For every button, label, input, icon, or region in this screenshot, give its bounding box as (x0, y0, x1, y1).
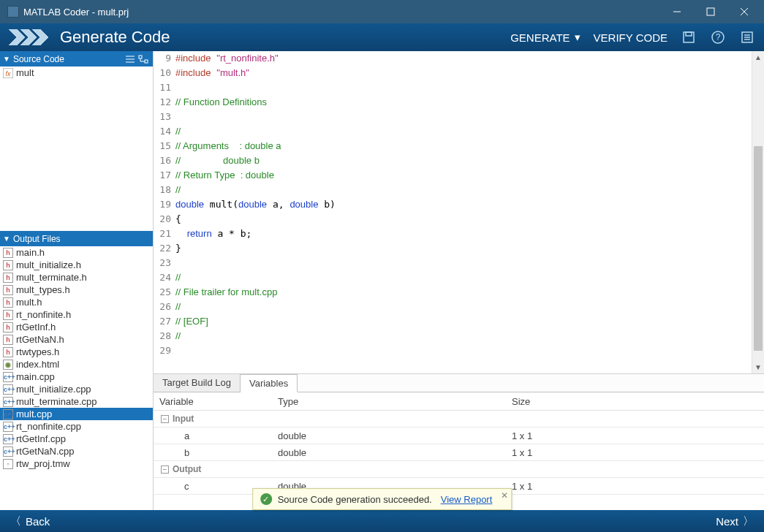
success-icon: ✓ (260, 493, 272, 505)
output-file-item[interactable]: ◉index.html (0, 358, 153, 370)
output-file-item[interactable]: c++mult_initialize.cpp (0, 383, 153, 395)
output-files-panel-header[interactable]: ▼ Output Files (0, 231, 153, 246)
output-file-item[interactable]: hrtGetNaN.h (0, 333, 153, 346)
scroll-up-arrow[interactable]: ▲ (752, 51, 764, 64)
menu-icon[interactable] (739, 29, 755, 45)
toast-close-button[interactable]: ✕ (501, 490, 508, 501)
h-file-icon: h (3, 273, 13, 283)
col-type: Type (278, 396, 512, 407)
file-label: main.h (16, 247, 45, 258)
save-icon[interactable] (681, 29, 697, 45)
file-label: mult_types.h (16, 284, 70, 295)
source-code-panel-header[interactable]: ▼ Source Code (0, 51, 153, 66)
variable-row[interactable]: adouble1 x 1 (154, 428, 764, 444)
next-button[interactable]: Next〉 (716, 514, 754, 528)
output-file-item[interactable]: c++rtGetNaN.cpp (0, 445, 153, 457)
h-file-icon: h (3, 260, 13, 270)
variables-header-row: Variable Type Size (154, 392, 764, 411)
scroll-thumb[interactable] (754, 146, 763, 351)
verify-code-button[interactable]: VERIFY CODE (594, 31, 667, 44)
file-label: rt_nonfinite.h (16, 309, 71, 320)
tab-variables[interactable]: Variables (241, 374, 298, 392)
svg-text:fx: fx (5, 70, 11, 77)
file-label: index.html (16, 359, 59, 370)
file-label: mult_initialize.cpp (16, 384, 91, 395)
var-type: double (278, 430, 512, 441)
file-label: rtw_proj.tmw (16, 458, 70, 469)
status-toast: ✓ Source Code generation succeeded. View… (252, 488, 513, 510)
help-icon[interactable]: ? (710, 29, 726, 45)
chevron-left-icon: 〈 (10, 514, 21, 528)
next-label: Next (716, 515, 738, 528)
source-panel-title: Source Code (13, 54, 124, 64)
toast-message: Source Code generation succeeded. (278, 494, 432, 505)
window-title: MATLAB Coder - mult.prj (23, 7, 660, 18)
title-bar: MATLAB Coder - mult.prj (0, 0, 764, 23)
cpp-file-icon: c++ (3, 422, 13, 432)
html-file-icon: ◉ (3, 360, 13, 370)
back-label: Back (26, 515, 50, 528)
page-title: Generate Code (60, 28, 510, 47)
vertical-scrollbar[interactable]: ▲ ▼ (752, 51, 764, 373)
col-size: Size (512, 396, 764, 407)
cpp-file-icon: c++ (3, 446, 13, 457)
file-label: rtGetNaN.cpp (16, 446, 74, 457)
generate-button[interactable]: GENERATE ▾ (510, 31, 580, 44)
file-label: mult.cpp (16, 408, 52, 419)
output-file-item[interactable]: c++mult.cpp (0, 408, 153, 420)
scroll-down-arrow[interactable]: ▼ (752, 361, 764, 373)
output-file-item[interactable]: c++rtGetInf.cpp (0, 433, 153, 445)
output-file-item[interactable]: hmult_terminate.h (0, 271, 153, 284)
var-size: 1 x 1 (512, 481, 764, 492)
output-file-item[interactable]: ▫rtw_proj.tmw (0, 457, 153, 470)
file-label: mult.h (16, 297, 42, 308)
tree-view-icon[interactable] (137, 53, 150, 66)
maximize-button[interactable] (694, 0, 727, 23)
var-size: 1 x 1 (512, 430, 764, 441)
output-file-item[interactable]: hmult_initialize.h (0, 259, 153, 271)
output-file-item[interactable]: hrt_nonfinite.h (0, 308, 153, 321)
back-button[interactable]: 〈Back (10, 514, 50, 528)
h-file-icon: h (3, 248, 13, 258)
output-panel-title: Output Files (13, 234, 150, 244)
output-file-item[interactable]: hrtwtypes.h (0, 346, 153, 358)
code-content: #include "rt_nonfinite.h" #include "mult… (175, 51, 764, 373)
file-label: mult_initialize.h (16, 259, 81, 270)
app-icon (7, 6, 19, 18)
output-group[interactable]: −Output (154, 461, 764, 478)
output-file-item[interactable]: hmult.h (0, 296, 153, 308)
output-file-item[interactable]: c++mult_terminate.cpp (0, 395, 153, 408)
line-gutter: 9 10 11 12 13 14 15 16 17 18 19 20 21 22… (154, 51, 175, 373)
verify-label: VERIFY CODE (594, 31, 667, 44)
output-file-item[interactable]: c++rt_nonfinite.cpp (0, 420, 153, 433)
wizard-header: Generate Code GENERATE ▾ VERIFY CODE ? (0, 23, 764, 51)
close-button[interactable] (727, 0, 761, 23)
file-label: rtGetNaN.h (16, 334, 64, 345)
output-file-item[interactable]: hmain.h (0, 246, 153, 259)
file-label: rtGetInf.h (16, 322, 56, 332)
tab-build-log[interactable]: Target Build Log (154, 374, 241, 392)
view-report-link[interactable]: View Report (441, 494, 493, 505)
output-file-item[interactable]: hrtGetInf.h (0, 321, 153, 333)
list-view-icon[interactable] (124, 53, 137, 66)
cpp-file-icon: c++ (3, 409, 13, 419)
left-sidebar: ▼ Source Code fx mult ▼ Output Files hma… (0, 51, 154, 510)
source-item-label: mult (16, 67, 34, 78)
minimize-button[interactable] (660, 0, 694, 23)
file-label: mult_terminate.h (16, 272, 87, 283)
input-group[interactable]: −Input (154, 411, 764, 428)
h-file-icon: h (3, 285, 13, 295)
var-name: b (154, 447, 278, 458)
output-file-item[interactable]: c++main.cpp (0, 370, 153, 383)
h-file-icon: h (3, 347, 13, 357)
cpp-file-icon: c++ (3, 434, 13, 444)
source-item-mult[interactable]: fx mult (0, 66, 153, 79)
cpp-file-icon: c++ (3, 397, 13, 407)
output-file-item[interactable]: hmult_types.h (0, 284, 153, 296)
variable-row[interactable]: bdouble1 x 1 (154, 444, 764, 461)
collapse-icon: ▼ (3, 235, 10, 243)
code-editor[interactable]: 9 10 11 12 13 14 15 16 17 18 19 20 21 22… (154, 51, 764, 373)
svg-rect-8 (686, 32, 692, 36)
chevron-right-icon: 〉 (743, 514, 754, 528)
col-variable: Variable (154, 396, 278, 407)
